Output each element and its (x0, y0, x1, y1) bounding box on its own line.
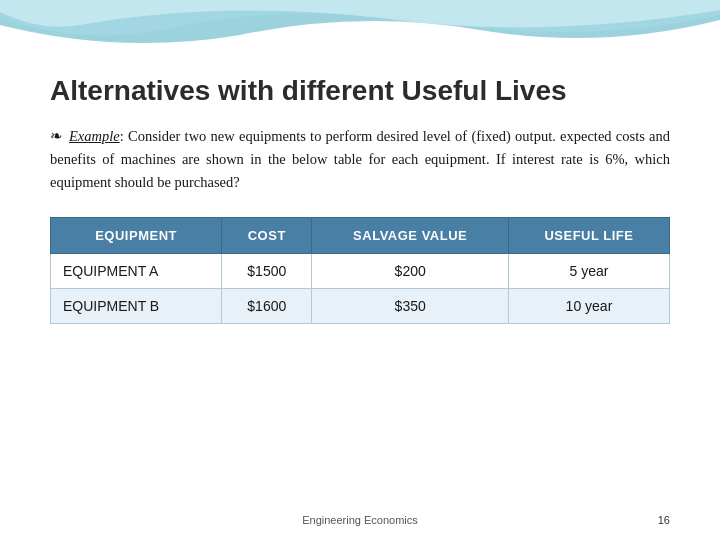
footer-page-number: 16 (658, 514, 670, 526)
example-label: Example (69, 128, 120, 144)
equipment-a-life: 5 year (508, 253, 669, 288)
table-row: EQUIPMENT B $1600 $350 10 year (51, 288, 670, 323)
bullet-symbol: ❧ (50, 128, 63, 144)
col-header-equipment: EQUIPMENT (51, 217, 222, 253)
equipment-a-salvage: $200 (312, 253, 508, 288)
example-text: : Consider two new equipments to perform… (50, 128, 670, 190)
equipment-table: EQUIPMENT COST SALVAGE VALUE USEFUL LIFE… (50, 217, 670, 324)
equipment-b-life: 10 year (508, 288, 669, 323)
table-row: EQUIPMENT A $1500 $200 5 year (51, 253, 670, 288)
table-header-row: EQUIPMENT COST SALVAGE VALUE USEFUL LIFE (51, 217, 670, 253)
equipment-a-cost: $1500 (222, 253, 312, 288)
page-content: Alternatives with different Useful Lives… (0, 0, 720, 344)
footer: Engineering Economics 16 (0, 514, 720, 526)
equipment-a-name: EQUIPMENT A (51, 253, 222, 288)
slide-title: Alternatives with different Useful Lives (50, 75, 670, 107)
col-header-cost: COST (222, 217, 312, 253)
col-header-life: USEFUL LIFE (508, 217, 669, 253)
equipment-b-salvage: $350 (312, 288, 508, 323)
equipment-b-name: EQUIPMENT B (51, 288, 222, 323)
example-paragraph: ❧Example: Consider two new equipments to… (50, 125, 670, 195)
footer-center-text: Engineering Economics (50, 514, 670, 526)
col-header-salvage: SALVAGE VALUE (312, 217, 508, 253)
equipment-b-cost: $1600 (222, 288, 312, 323)
